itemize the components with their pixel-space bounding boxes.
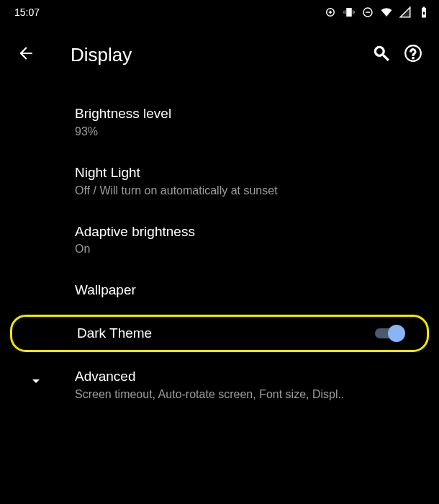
setting-subtitle: 93% <box>75 125 422 138</box>
alarm-add-icon <box>324 6 337 19</box>
adaptive-brightness-item[interactable]: Adaptive brightness On <box>0 210 439 269</box>
setting-title: Advanced <box>75 368 422 385</box>
toggle-thumb <box>388 325 405 342</box>
search-button[interactable] <box>366 39 397 71</box>
setting-title: Night Light <box>75 164 422 181</box>
help-icon <box>404 44 422 66</box>
night-light-item[interactable]: Night Light Off / Will turn on automatic… <box>0 151 439 210</box>
help-button[interactable] <box>397 39 429 71</box>
cellular-signal-icon <box>399 6 412 19</box>
setting-subtitle: Screen timeout, Auto-rotate screen, Font… <box>75 388 420 401</box>
dark-theme-item[interactable]: Dark Theme <box>10 315 429 352</box>
advanced-item[interactable]: Advanced Screen timeout, Auto-rotate scr… <box>0 355 439 414</box>
search-icon <box>372 44 391 66</box>
battery-charging-icon <box>417 6 430 19</box>
setting-subtitle: Off / Will turn on automatically at suns… <box>75 184 422 197</box>
status-icons <box>324 6 430 19</box>
status-time: 15:07 <box>14 6 40 18</box>
app-bar: Display <box>0 22 439 79</box>
setting-title: Adaptive brightness <box>75 223 422 240</box>
status-bar: 15:07 <box>0 0 439 22</box>
vibrate-icon <box>343 6 356 19</box>
settings-list: Brightness level 93% Night Light Off / W… <box>0 79 439 414</box>
setting-title: Brightness level <box>75 105 422 122</box>
brightness-level-item[interactable]: Brightness level 93% <box>0 92 439 151</box>
arrow-back-icon <box>17 44 35 66</box>
page-title: Display <box>71 44 366 66</box>
expand-more-icon <box>27 372 45 390</box>
dark-theme-toggle[interactable] <box>375 324 405 343</box>
do-not-disturb-icon <box>361 6 374 19</box>
wallpaper-item[interactable]: Wallpaper <box>0 269 439 312</box>
back-button[interactable] <box>10 39 42 71</box>
setting-title: Dark Theme <box>77 325 152 342</box>
wifi-icon <box>380 6 393 19</box>
setting-title: Wallpaper <box>75 282 422 299</box>
setting-subtitle: On <box>75 243 422 256</box>
